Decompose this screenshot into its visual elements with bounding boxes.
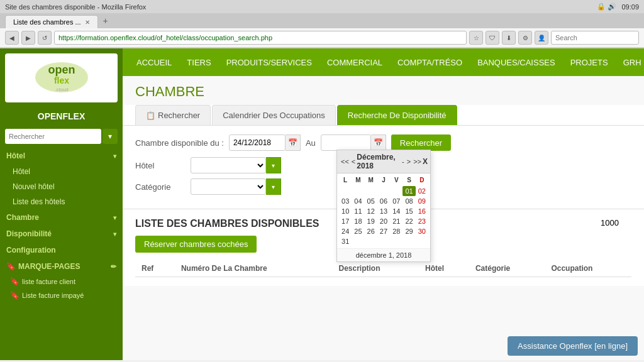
cal-day-31[interactable]: 31 [339,236,352,246]
cal-day-19[interactable]: 19 [365,216,377,226]
settings-icon[interactable]: ⚙ [518,31,532,45]
sidebar-item-nouvel-hotel[interactable]: Nouvel hôtel [0,179,123,194]
sidebar-search-dropdown[interactable]: ▾ [103,129,118,144]
cal-day-16[interactable]: 16 [416,206,428,216]
nav-accueil[interactable]: ACCUEIL [129,48,179,76]
cal-day-23[interactable]: 23 [416,216,428,226]
sidebar-marque-item-impaye[interactable]: 🔖 Liste facture impayé [0,288,123,302]
cal-day-30[interactable]: 30 [416,226,428,236]
shield-icon[interactable]: 🛡 [486,31,499,45]
cal-next-button[interactable]: > [406,158,412,165]
sidebar-marque-item-impaye-label: Liste facture impayé [22,292,84,299]
tab-calendrier[interactable]: Calendrier Des Occupations [212,105,336,125]
cal-day-4[interactable]: 04 [352,196,364,206]
bookmark-edit-icon: 🔖 [6,262,16,271]
cal-day-13[interactable]: 13 [377,206,390,216]
date-au-wrapper: 📅 [321,134,386,151]
sidebar-section-chambre[interactable]: Chambre ▾ [0,209,123,226]
cal-day-6[interactable]: 06 [377,196,390,206]
hotel-select[interactable] [191,157,266,173]
cal-day-22[interactable]: 22 [402,216,415,226]
cal-day-3[interactable]: 03 [339,196,352,206]
sidebar-section-hotel-label: Hôtel [6,151,25,160]
cal-day-17[interactable]: 17 [339,216,352,226]
cal-day-7[interactable]: 07 [390,196,402,206]
cal-day-15[interactable]: 15 [402,206,415,216]
cal-day-8[interactable]: 08 [402,196,415,206]
marque-edit-icon[interactable]: ✏ [111,263,116,271]
cal-next-next-button[interactable]: >> [412,158,423,165]
nav-produits[interactable]: PRODUITS/SERVICES [219,48,319,76]
cal-day-29[interactable]: 29 [402,226,415,236]
sidebar-marque-section: 🔖 MARQUE-PAGES ✏ [0,258,123,275]
sidebar-section-chambre-arrow: ▾ [113,214,116,221]
calendar-au-button[interactable]: 📅 [371,134,386,151]
date-from-input[interactable] [229,134,286,151]
sidebar-marque-item-facture[interactable]: 🔖 liste facture client [0,275,123,288]
table-head: Ref Numéro De La Chambre Description Hôt… [135,260,631,277]
cal-day-11[interactable]: 11 [352,206,364,216]
nav-compta[interactable]: COMPTA/TRÉSO [390,48,470,76]
categorie-select[interactable] [191,178,266,195]
browser-tab[interactable]: Liste des chambres ... ✕ [5,15,98,28]
browser-chrome: Site des chambres disponible - Mozilla F… [0,0,644,48]
cal-day-24[interactable]: 24 [339,226,352,236]
forward-button[interactable]: ▶ [21,31,35,45]
sidebar-item-liste-hotels[interactable]: Liste des hôtels [0,194,123,209]
nav-commercial[interactable]: COMMERCIAL [319,48,390,76]
nav-grh[interactable]: GRH [616,48,644,76]
browser-search-input[interactable] [551,31,639,45]
cal-day-5[interactable]: 05 [365,196,377,206]
sidebar-section-hotel[interactable]: Hôtel ▾ [0,148,123,164]
categorie-select-arrow[interactable]: ▾ [266,178,281,195]
sidebar-search-input[interactable] [5,129,101,144]
cal-day-25[interactable]: 25 [352,226,364,236]
url-bar[interactable]: https://formation.openflex.cloud/of_hote… [54,31,467,45]
nav-banques[interactable]: BANQUES/CAISSES [470,48,563,76]
cal-day-28[interactable]: 28 [390,226,402,236]
cal-day-empty-4 [377,186,390,196]
cal-day-27[interactable]: 27 [377,226,390,236]
back-button[interactable]: ◀ [5,31,19,45]
cal-prev-button[interactable]: < [350,158,357,165]
sidebar-section-config[interactable]: Configuration [0,242,123,258]
sidebar-section-dispo[interactable]: Disponibilité ▾ [0,226,123,242]
cal-dash-button[interactable]: - [401,158,406,165]
download-icon[interactable]: ⬇ [502,31,516,45]
tab-close-icon[interactable]: ✕ [85,19,90,26]
nav-tiers[interactable]: TIERS [179,48,218,76]
cal-day-9[interactable]: 09 [416,196,428,206]
reserver-button[interactable]: Réserver chambres cochées [135,236,257,253]
cal-day-20[interactable]: 20 [377,216,390,226]
cal-day-26[interactable]: 26 [365,226,377,236]
cal-header-d: D [416,175,428,185]
cal-close-button[interactable]: X [423,157,428,166]
sidebar-item-hotel[interactable]: Hôtel [0,164,123,179]
calendar-from-button[interactable]: 📅 [286,134,301,151]
rechercher-button[interactable]: Rechercher [391,134,451,151]
add-tab-button[interactable]: + [98,13,113,28]
cal-prev-prev-button[interactable]: << [340,158,350,165]
user-icon[interactable]: 👤 [535,31,548,45]
bookmark-star-icon[interactable]: ☆ [469,31,483,45]
cal-day-2[interactable]: 02 [416,186,428,196]
browser-time: 09:09 [621,3,639,11]
table-header-row: Ref Numéro De La Chambre Description Hôt… [135,260,631,277]
assistance-button[interactable]: Assistance Openflex [en ligne] [508,336,638,356]
openflex-logo-svg: open flex .cloud [30,60,93,94]
hotel-select-arrow[interactable]: ▾ [266,157,281,173]
tab-disponibilite[interactable]: Recherche De Disponibilité [337,105,457,125]
tab-calendrier-label: Calendrier Des Occupations [223,111,325,120]
nav-projets[interactable]: PROJETS [563,48,616,76]
cal-day-1[interactable]: 01 [402,186,415,196]
cal-day-18[interactable]: 18 [352,216,364,226]
cal-day-10[interactable]: 10 [339,206,352,216]
cal-header-j: J [377,175,390,185]
cal-day-14[interactable]: 14 [390,206,402,216]
tab-rechercher[interactable]: 📋 Rechercher [135,105,211,125]
reload-button[interactable]: ↺ [38,31,52,45]
date-au-input[interactable] [321,134,371,151]
cal-day-12[interactable]: 12 [365,206,377,216]
calendar-grid: L M M J V S D [337,173,430,248]
cal-day-21[interactable]: 21 [390,216,402,226]
